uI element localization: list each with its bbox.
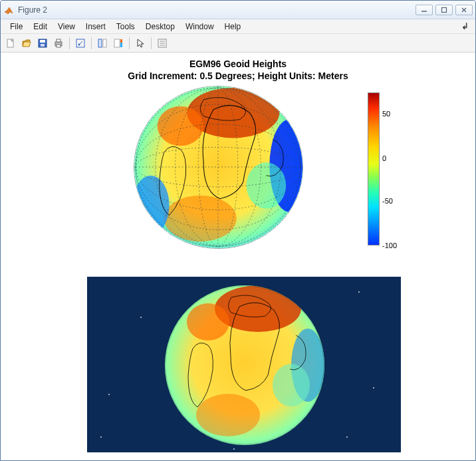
svg-rect-4 xyxy=(40,40,45,43)
figure-canvas: EGM96 Geoid Heights Grid Increment: 0.5 … xyxy=(1,53,475,460)
svg-rect-12 xyxy=(103,39,106,47)
svg-point-41 xyxy=(273,364,310,406)
axes-bottom[interactable] xyxy=(87,277,401,452)
edit-plot-icon[interactable] xyxy=(155,36,170,51)
titlebar: Figure 2 xyxy=(1,1,475,19)
plot-title: EGM96 Geoid Heights Grid Increment: 0.5 … xyxy=(1,58,475,82)
menu-desktop[interactable]: Desktop xyxy=(140,21,180,33)
data-cursor-icon[interactable] xyxy=(73,36,88,51)
colorbar-tick: -50 xyxy=(382,197,393,205)
open-icon[interactable] xyxy=(19,36,34,51)
geoid-surface-bottom xyxy=(165,285,324,445)
svg-point-38 xyxy=(187,303,229,341)
svg-point-39 xyxy=(196,394,260,436)
menu-insert[interactable]: Insert xyxy=(80,21,111,33)
window-title: Figure 2 xyxy=(18,5,416,15)
plot-title-line1: EGM96 Geoid Heights xyxy=(1,58,475,70)
colorbar[interactable]: 500-50-100 xyxy=(368,92,413,247)
axes-top[interactable]: 500-50-100 xyxy=(107,86,413,259)
matlab-icon xyxy=(3,5,14,15)
undock-icon[interactable]: ↲ xyxy=(459,21,471,31)
window-controls xyxy=(416,5,473,15)
pointer-icon[interactable] xyxy=(133,36,148,51)
svg-rect-15 xyxy=(120,43,122,47)
menu-tools[interactable]: Tools xyxy=(111,21,140,33)
svg-rect-13 xyxy=(114,39,120,47)
print-icon[interactable] xyxy=(51,36,66,51)
minimize-button[interactable] xyxy=(416,5,433,15)
svg-rect-7 xyxy=(57,39,60,42)
toolbar xyxy=(1,34,475,53)
insert-colorbar-icon[interactable] xyxy=(111,36,126,51)
globe-top xyxy=(134,86,303,249)
graticule-grid xyxy=(134,86,302,248)
menu-help[interactable]: Help xyxy=(219,21,247,33)
new-figure-icon[interactable] xyxy=(3,36,18,51)
link-plot-icon[interactable] xyxy=(95,36,110,51)
menubar: File Edit View Insert Tools Desktop Wind… xyxy=(1,19,475,34)
colorbar-ticks: 500-50-100 xyxy=(382,92,413,245)
colorbar-gradient xyxy=(368,92,380,245)
save-icon[interactable] xyxy=(35,36,50,51)
figure-window: Figure 2 File Edit View Insert Tools Des… xyxy=(0,0,476,461)
svg-rect-5 xyxy=(41,44,45,47)
globe-bottom xyxy=(165,285,324,445)
colorbar-tick: 0 xyxy=(382,154,386,162)
menu-view[interactable]: View xyxy=(53,21,80,33)
colorbar-tick: 50 xyxy=(382,110,390,118)
menu-file[interactable]: File xyxy=(5,21,28,33)
maximize-button[interactable] xyxy=(435,5,453,15)
plot-title-line2: Grid Increment: 0.5 Degrees; Height Unit… xyxy=(1,70,475,82)
close-button[interactable] xyxy=(455,5,473,15)
colorbar-tick: -100 xyxy=(382,241,397,249)
svg-rect-11 xyxy=(98,39,102,47)
menu-window[interactable]: Window xyxy=(180,21,219,33)
svg-rect-1 xyxy=(442,7,447,12)
svg-rect-8 xyxy=(57,45,60,47)
menu-edit[interactable]: Edit xyxy=(28,21,53,33)
